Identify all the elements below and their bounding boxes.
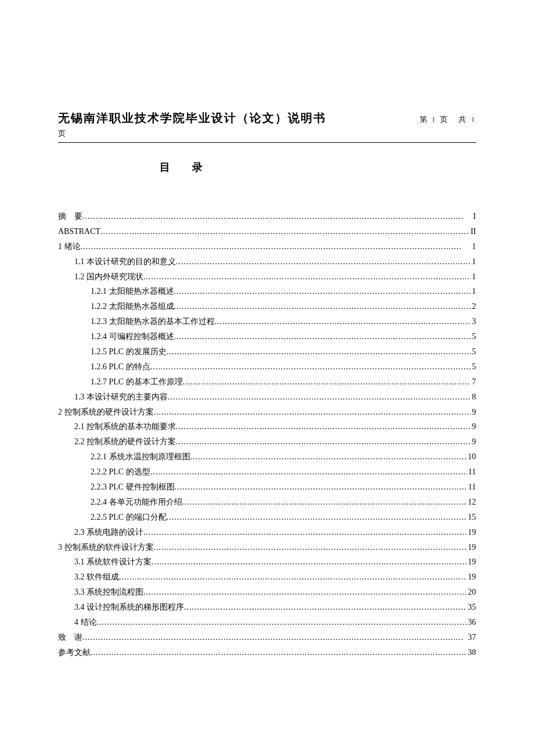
page-prefix: 第	[420, 115, 429, 124]
toc-row: 1.2.5 PLC 的发展历史5	[58, 344, 476, 359]
toc-entry-page: 2	[471, 299, 476, 314]
toc-entry-label: 2.2.5 PLC 的端口分配	[91, 510, 167, 525]
toc-entry-label: 1.2.7 PLC 的基本工作原理	[91, 375, 183, 390]
toc-entry-page: 9	[471, 434, 476, 449]
toc-entry-label: 2 控制系统的硬件设计方案	[58, 405, 154, 420]
toc-leader-dots	[81, 239, 471, 254]
toc-entry-page: 15	[467, 510, 476, 525]
toc-entry-page: 1	[471, 254, 476, 269]
toc-entry-page: 1	[471, 269, 476, 285]
toc-row: 1.2 国内外研究现状1	[58, 269, 476, 285]
toc-row: 2.3 系统电路的设计19	[58, 525, 476, 540]
toc-entry-label: 3.2 软件组成	[74, 570, 119, 585]
toc-entry-page: 5	[471, 344, 476, 359]
toc-row: 3.1 系统软件设计方案19	[58, 555, 476, 570]
toc-entry-page: 35	[467, 600, 476, 615]
toc-leader-dots	[97, 615, 467, 630]
toc-leader-dots	[174, 284, 471, 299]
toc-entry-page: I	[472, 209, 476, 224]
toc-row: 1.2.7 PLC 的基本工作原理7	[58, 375, 476, 390]
toc-leader-dots	[176, 419, 471, 434]
toc-entry-page: 19	[467, 525, 476, 540]
toc-row: 参考文献38	[58, 645, 476, 660]
toc-entry-label: 2.1 控制系统的基本功能要求	[74, 419, 176, 434]
toc-leader-dots	[119, 570, 467, 585]
toc-row: 1.2.1 太阳能热水器概述1	[58, 284, 476, 299]
toc-entry-page: 8	[471, 390, 476, 405]
toc-entry-label: 参考文献	[58, 645, 91, 660]
toc-row: 1.2.3 太阳能热水器的基本工作过程3	[58, 314, 476, 329]
page-total: I	[472, 115, 476, 124]
toc-leader-dots	[176, 434, 471, 449]
document-header: 无锡南洋职业技术学院毕业设计（论文）说明书 第 I 页 共 I	[58, 110, 476, 126]
toc-leader-dots	[175, 480, 467, 495]
toc-leader-dots	[154, 540, 467, 555]
toc-entry-label: 1.2.1 太阳能热水器概述	[91, 284, 174, 299]
toc-entry-page: 37	[467, 630, 476, 645]
toc-row: 1.2.4 可编程控制器概述5	[58, 329, 476, 344]
toc-leader-dots	[215, 314, 471, 329]
toc-row: 2.2.4 各单元功能作用介绍12	[58, 495, 476, 510]
toc-entry-label: 2.2 控制系统的硬件设计方案	[74, 434, 176, 449]
toc-entry-page: 3	[471, 314, 476, 329]
toc-leader-dots	[154, 405, 471, 420]
toc-entry-page: 5	[471, 359, 476, 375]
toc-row: 3.4 设计控制系统的梯形图程序35	[58, 600, 476, 615]
toc-entry-label: 1 绪论	[58, 239, 81, 254]
toc-row: 4 结论36	[58, 615, 476, 630]
toc-leader-dots	[143, 525, 467, 540]
toc-leader-dots	[184, 600, 467, 615]
toc-list: 摘 要IABSTRACTII1 绪论11.1 本设计研究的目的和意义11.2 国…	[58, 209, 476, 660]
toc-entry-label: 1.2 国内外研究现状	[74, 269, 143, 285]
toc-leader-dots	[100, 224, 470, 239]
toc-entry-label: 1.2.2 太阳能热水器组成	[91, 299, 174, 314]
toc-leader-dots	[151, 555, 467, 570]
toc-leader-dots	[82, 630, 467, 645]
toc-row: 2.2.1 系统水温控制原理框图10	[58, 449, 476, 465]
toc-entry-page: 19	[467, 570, 476, 585]
toc-entry-page: 9	[471, 419, 476, 434]
toc-leader-dots	[174, 329, 471, 344]
toc-entry-label: 3.4 设计控制系统的梯形图程序	[74, 600, 184, 615]
toc-entry-page: 1	[471, 284, 476, 299]
toc-entry-page: 7	[471, 375, 476, 390]
toc-entry-label: 1.2.6 PLC 的特点	[91, 359, 150, 375]
toc-entry-page: 1	[471, 239, 476, 254]
toc-row: 2.2 控制系统的硬件设计方案9	[58, 434, 476, 449]
toc-row: 2.2.5 PLC 的端口分配15	[58, 510, 476, 525]
toc-entry-page: II	[470, 224, 476, 239]
toc-entry-label: 4 结论	[74, 615, 97, 630]
toc-entry-label: 3 控制系统的软件设计方案	[58, 540, 154, 555]
toc-row: 1.3 本设计研究的主要内容8	[58, 390, 476, 405]
toc-entry-label: 3.1 系统软件设计方案	[74, 555, 151, 570]
toc-row: 2.2.3 PLC 硬件控制框图11	[58, 480, 476, 495]
toc-row: 3.3 系统控制流程图20	[58, 585, 476, 600]
toc-entry-page: 20	[467, 585, 476, 600]
toc-entry-label: 3.3 系统控制流程图	[74, 585, 143, 600]
toc-row: 2.2.2 PLC 的选型11	[58, 465, 476, 480]
toc-leader-dots	[168, 390, 471, 405]
page-suffix: 页	[58, 128, 476, 139]
toc-entry-label: 2.2.4 各单元功能作用介绍	[91, 495, 182, 510]
toc-entry-label: 1.2.3 太阳能热水器的基本工作过程	[91, 314, 215, 329]
toc-row: 1.1 本设计研究的目的和意义1	[58, 254, 476, 269]
toc-leader-dots	[150, 465, 467, 480]
toc-row: 1.2.2 太阳能热水器组成2	[58, 299, 476, 314]
toc-entry-label: 1.3 本设计研究的主要内容	[74, 390, 168, 405]
toc-entry-label: 2.2.2 PLC 的选型	[91, 465, 150, 480]
toc-row: 摘 要I	[58, 209, 476, 224]
toc-entry-page: 11	[467, 480, 476, 495]
toc-entry-label: 1.2.4 可编程控制器概述	[91, 329, 174, 344]
toc-entry-label: 摘 要	[58, 209, 82, 224]
toc-leader-dots	[150, 359, 471, 375]
toc-row: 2 控制系统的硬件设计方案9	[58, 405, 476, 420]
toc-entry-label: 2.2.1 系统水温控制原理框图	[91, 449, 190, 465]
page-current: I	[432, 115, 436, 124]
page-content: 无锡南洋职业技术学院毕业设计（论文）说明书 第 I 页 共 I 页 目 录 摘 …	[58, 110, 476, 660]
header-divider	[58, 142, 476, 143]
toc-entry-page: 38	[467, 645, 476, 660]
toc-entry-page: 9	[471, 405, 476, 420]
toc-entry-page: 5	[471, 329, 476, 344]
toc-row: ABSTRACTII	[58, 224, 476, 239]
toc-entry-page: 11	[467, 465, 476, 480]
